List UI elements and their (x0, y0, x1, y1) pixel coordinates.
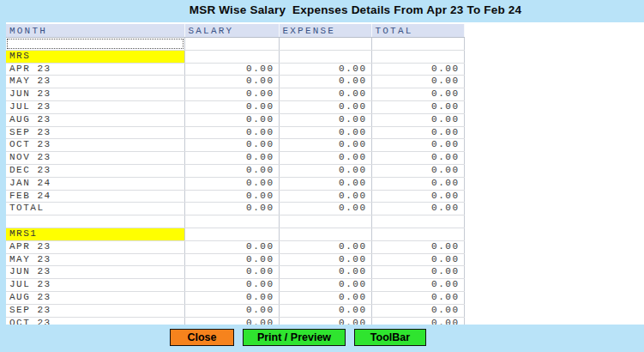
expense-cell[interactable]: 0.00 (279, 126, 371, 139)
month-cell[interactable]: SEP 23 (6, 304, 184, 317)
data-row: DEC 230.000.000.00 (6, 164, 464, 177)
expense-cell[interactable]: 0.00 (279, 152, 371, 165)
toolbar-button[interactable]: ToolBar (354, 329, 426, 346)
total-cell[interactable]: 0.00 (371, 240, 464, 253)
salary-cell[interactable]: 0.00 (184, 291, 279, 304)
data-row: SEP 230.000.000.00 (6, 304, 464, 317)
salary-cell[interactable]: 0.00 (184, 139, 279, 152)
total-cell[interactable]: 0.00 (371, 152, 464, 165)
salary-cell[interactable]: 0.00 (184, 190, 279, 203)
month-cell[interactable]: MAY 23 (6, 253, 184, 266)
month-cell[interactable]: MRS1 (6, 228, 184, 240)
total-cell[interactable]: 0.00 (371, 190, 464, 203)
total-cell[interactable] (371, 50, 464, 63)
salary-cell[interactable]: 0.00 (184, 304, 279, 317)
salary-cell[interactable] (184, 50, 279, 63)
total-cell[interactable]: 0.00 (371, 291, 464, 304)
salary-cell[interactable]: 0.00 (184, 152, 279, 165)
total-cell[interactable]: 0.00 (371, 126, 464, 139)
month-cell[interactable]: SEP 23 (6, 126, 184, 139)
expense-cell[interactable] (279, 215, 371, 228)
total-cell[interactable] (371, 228, 464, 240)
salary-cell[interactable]: 0.00 (184, 253, 279, 266)
expense-cell[interactable]: 0.00 (279, 291, 371, 304)
filter-row (6, 38, 464, 51)
expense-cell[interactable] (279, 50, 371, 63)
expense-cell[interactable]: 0.00 (279, 113, 371, 126)
expense-cell[interactable]: 0.00 (279, 266, 371, 279)
salary-cell[interactable]: 0.00 (184, 279, 279, 292)
expense-cell[interactable]: 0.00 (279, 240, 371, 253)
expense-cell[interactable]: 0.00 (279, 63, 371, 76)
salary-cell[interactable]: 0.00 (184, 76, 279, 88)
salary-cell[interactable]: 0.00 (184, 266, 279, 279)
salary-cell[interactable]: 0.00 (184, 317, 279, 325)
expense-cell[interactable]: 0.00 (279, 317, 371, 325)
month-cell[interactable]: JUN 23 (6, 88, 184, 101)
data-row: JUN 230.000.000.00 (6, 88, 464, 101)
month-cell[interactable]: JUL 23 (6, 279, 184, 292)
total-cell[interactable]: 0.00 (371, 63, 464, 76)
month-cell[interactable]: JAN 24 (6, 177, 184, 190)
total-cell[interactable]: 0.00 (371, 177, 464, 190)
salary-cell[interactable] (184, 215, 279, 228)
expense-cell[interactable]: 0.00 (279, 190, 371, 203)
month-cell[interactable]: OCT 23 (6, 139, 184, 152)
total-cell[interactable] (371, 38, 464, 51)
expense-cell[interactable]: 0.00 (279, 164, 371, 177)
salary-cell[interactable]: 0.00 (184, 240, 279, 253)
salary-cell[interactable] (184, 38, 279, 51)
salary-cell[interactable]: 0.00 (184, 100, 279, 113)
data-row: JUN 230.000.000.00 (6, 266, 464, 279)
expense-cell[interactable]: 0.00 (279, 88, 371, 101)
salary-cell[interactable]: 0.00 (184, 177, 279, 190)
total-cell[interactable]: 0.00 (371, 76, 464, 88)
month-cell[interactable]: JUN 23 (6, 266, 184, 279)
month-cell[interactable]: APR 23 (6, 240, 184, 253)
total-cell[interactable]: 0.00 (371, 164, 464, 177)
total-cell[interactable]: 0.00 (371, 279, 464, 292)
month-cell[interactable]: AUG 23 (6, 291, 184, 304)
salary-cell[interactable]: 0.00 (184, 164, 279, 177)
expense-cell[interactable]: 0.00 (279, 139, 371, 152)
total-cell[interactable]: 0.00 (371, 203, 464, 215)
expense-cell[interactable]: 0.00 (279, 203, 371, 215)
month-cell[interactable]: DEC 23 (6, 164, 184, 177)
expense-cell[interactable]: 0.00 (279, 304, 371, 317)
total-cell[interactable] (371, 215, 464, 228)
expense-cell[interactable] (279, 228, 371, 240)
close-button[interactable]: Close (170, 329, 234, 346)
print-preview-button[interactable]: Print / Preview (243, 329, 346, 346)
month-cell[interactable]: OCT 23 (6, 317, 184, 325)
month-cell[interactable]: AUG 23 (6, 113, 184, 126)
total-cell[interactable]: 0.00 (371, 88, 464, 101)
total-cell[interactable]: 0.00 (371, 304, 464, 317)
month-cell[interactable]: MAY 23 (6, 76, 184, 88)
month-cell[interactable]: FEB 24 (6, 190, 184, 203)
total-cell[interactable]: 0.00 (371, 139, 464, 152)
expense-cell[interactable]: 0.00 (279, 76, 371, 88)
salary-cell[interactable]: 0.00 (184, 63, 279, 76)
month-cell[interactable] (6, 215, 184, 228)
expense-cell[interactable] (279, 38, 371, 51)
month-cell[interactable]: TOTAL (6, 203, 184, 215)
month-cell[interactable]: NOV 23 (6, 152, 184, 165)
expense-cell[interactable]: 0.00 (279, 100, 371, 113)
salary-cell[interactable]: 0.00 (184, 203, 279, 215)
expense-cell[interactable]: 0.00 (279, 253, 371, 266)
month-cell[interactable]: MRS (6, 50, 184, 63)
month-cell[interactable]: APR 23 (6, 63, 184, 76)
total-cell[interactable]: 0.00 (371, 113, 464, 126)
month-cell[interactable]: JUL 23 (6, 100, 184, 113)
total-cell[interactable]: 0.00 (371, 253, 464, 266)
total-cell[interactable]: 0.00 (371, 266, 464, 279)
salary-cell[interactable] (184, 228, 279, 240)
salary-cell[interactable]: 0.00 (184, 126, 279, 139)
expense-cell[interactable]: 0.00 (279, 279, 371, 292)
expense-cell[interactable]: 0.00 (279, 177, 371, 190)
salary-cell[interactable]: 0.00 (184, 88, 279, 101)
month-cell[interactable] (6, 38, 184, 51)
total-cell[interactable]: 0.00 (371, 317, 464, 325)
total-cell[interactable]: 0.00 (371, 100, 464, 113)
salary-cell[interactable]: 0.00 (184, 113, 279, 126)
